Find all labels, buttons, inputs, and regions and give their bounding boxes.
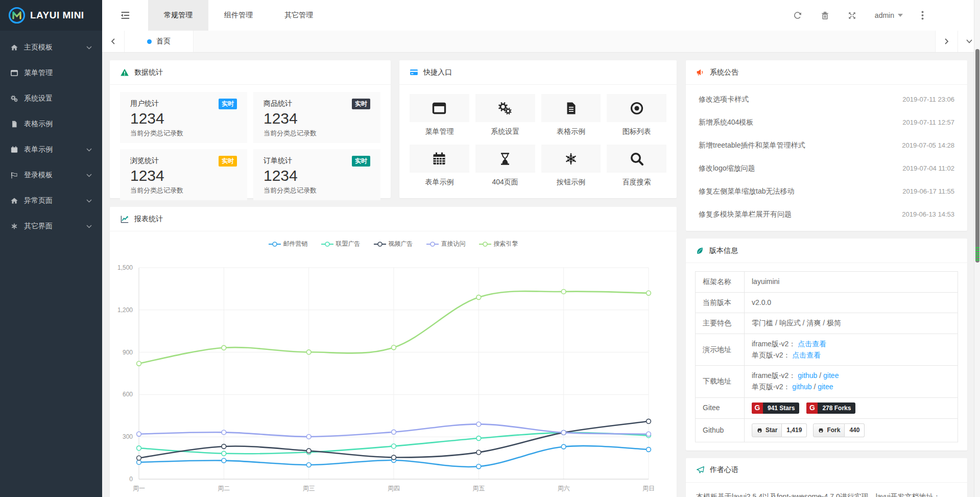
- file-icon: [10, 120, 19, 129]
- stat-label: 订单统计: [264, 156, 292, 165]
- stat-caption: 当前分类总记录数: [130, 186, 237, 195]
- version-row-value: 零门槛 / 响应式 / 清爽 / 极简: [745, 313, 958, 334]
- cogs-icon: [10, 94, 19, 103]
- calendar-icon: [10, 146, 19, 154]
- collapse-sidebar-icon[interactable]: [102, 0, 148, 31]
- quick-entry-5[interactable]: 404页面: [475, 145, 535, 187]
- github-star-button[interactable]: Star1,419: [752, 423, 807, 437]
- sidebar-item-1[interactable]: 菜单管理: [0, 60, 102, 86]
- notice-card-header: 系统公告: [686, 60, 967, 85]
- window-icon: [10, 69, 19, 78]
- version-row-3: 演示地址iframe版-v2： 点击查看单页版-v2： 点击查看: [696, 334, 958, 366]
- version-row-value: layuimini: [745, 272, 958, 293]
- stat-label: 用户统计: [130, 99, 159, 108]
- notice-text: 修改logo缩放问题: [699, 164, 755, 173]
- svg-text:周五: 周五: [472, 485, 485, 492]
- sidebar-item-label: 系统设置: [24, 94, 53, 103]
- notice-text: 修复左侧菜单缩放tab无法移动: [699, 187, 794, 196]
- author-card-header: 作者心语: [686, 458, 967, 483]
- chevron-down-icon: [86, 199, 92, 203]
- legend-item-3[interactable]: 直接访问: [426, 240, 466, 248]
- stat-label: 浏览统计: [130, 156, 159, 165]
- github-fork-button[interactable]: Fork440: [813, 423, 865, 437]
- stat-value: 1234: [264, 167, 370, 184]
- tab-home[interactable]: 首页: [125, 31, 194, 52]
- module-tab-0[interactable]: 常规管理: [148, 0, 208, 31]
- tab-scroll-left-button[interactable]: [102, 31, 125, 52]
- app-root: LAYUI MINI 主页模板菜单管理系统设置表格示例表单示例登录模板异常页面其…: [0, 0, 980, 497]
- active-tab-dot-icon: [147, 39, 152, 44]
- page-scrollbar-thumb[interactable]: [975, 49, 979, 263]
- quick-entry-3[interactable]: 图标列表: [607, 94, 666, 136]
- report-chart-card: 报表统计 邮件营销联盟广告视频广告直接访问搜索引擎 03006009001,20…: [110, 207, 677, 497]
- notice-item-1: 新增系统404模板2019-07-11 12:57: [686, 111, 967, 134]
- notice-item-2: 新增treetable插件和菜单管理样式2019-07-05 14:28: [686, 134, 967, 157]
- quick-entry-2[interactable]: 表格示例: [541, 94, 601, 136]
- notice-date: 2019-06-13 14:53: [902, 210, 954, 218]
- link-gitee[interactable]: gitee: [818, 383, 833, 391]
- quick-entry-0[interactable]: 菜单管理: [410, 94, 469, 136]
- tab-home-label: 首页: [156, 37, 171, 46]
- search-icon: [607, 145, 666, 173]
- sidebar-item-6[interactable]: 异常页面: [0, 188, 102, 214]
- app-title: LAYUI MINI: [30, 10, 84, 21]
- link-点击查看[interactable]: 点击查看: [792, 351, 821, 359]
- trash-icon[interactable]: [821, 11, 829, 20]
- link-github[interactable]: github: [798, 371, 817, 380]
- refresh-icon[interactable]: [793, 11, 802, 20]
- legend-item-1[interactable]: 联盟广告: [321, 240, 361, 248]
- sidebar-item-7[interactable]: 其它界面: [0, 214, 102, 239]
- notice-date: 2019-07-05 14:28: [902, 141, 954, 149]
- notice-item-5: 修复多模块菜单栏展开有问题2019-06-13 14:53: [686, 203, 967, 226]
- sidebar-item-5[interactable]: 登录模板: [0, 162, 102, 188]
- sidebar: LAYUI MINI 主页模板菜单管理系统设置表格示例表单示例登录模板异常页面其…: [0, 0, 102, 497]
- sidebar-item-4[interactable]: 表单示例: [0, 137, 102, 162]
- line-chart-icon: [120, 215, 129, 224]
- legend-item-0[interactable]: 邮件营销: [269, 240, 308, 248]
- version-row-6: GithubStar1,419Fork440: [696, 419, 958, 442]
- flag-icon: [10, 171, 19, 180]
- top-header: 常规管理组件管理其它管理: [102, 0, 980, 31]
- svg-text:周六: 周六: [558, 485, 570, 492]
- notice-date: 2019-06-17 11:55: [902, 187, 954, 195]
- tab-scroll-right-button[interactable]: [935, 31, 958, 52]
- sidebar-item-label: 其它界面: [24, 222, 53, 231]
- notice-date: 2019-07-11 12:57: [902, 119, 954, 126]
- version-row-label: 框架名称: [696, 272, 745, 293]
- quick-entry-4[interactable]: 表单示例: [410, 145, 469, 187]
- leaf-icon: [696, 247, 704, 255]
- octocat-icon: [818, 427, 824, 434]
- link-gitee[interactable]: gitee: [823, 371, 839, 380]
- module-tabs: 常规管理组件管理其它管理: [148, 0, 329, 31]
- svg-text:周日: 周日: [642, 485, 655, 492]
- sidebar-item-2[interactable]: 系统设置: [0, 86, 102, 111]
- svg-text:周一: 周一: [133, 485, 145, 492]
- legend-item-4[interactable]: 搜索引擎: [479, 240, 518, 248]
- notice-item-3: 修改logo缩放问题2019-07-04 11:02: [686, 157, 967, 180]
- more-vertical-icon[interactable]: [921, 11, 924, 20]
- legend-item-2[interactable]: 视频广告: [374, 240, 413, 248]
- quick-entry-6[interactable]: 按钮示例: [541, 145, 601, 187]
- module-tab-2[interactable]: 其它管理: [269, 0, 329, 31]
- version-row-1: 当前版本v2.0.0: [696, 292, 958, 313]
- version-row-4: 下载地址iframe版-v2： github / gitee单页版-v2： gi…: [696, 366, 958, 397]
- gitee-badge-0[interactable]: G941 Stars: [752, 403, 799, 414]
- chart-card-title: 报表统计: [134, 215, 163, 224]
- gitee-badge-1[interactable]: G278 Forks: [806, 403, 855, 414]
- quick-entry-7[interactable]: 百度搜索: [607, 145, 666, 187]
- quick-entry-1[interactable]: 系统设置: [475, 94, 535, 136]
- sidebar-item-3[interactable]: 表格示例: [0, 111, 102, 137]
- stats-card: 数据统计 用户统计实时1234当前分类总记录数商品统计实时1234当前分类总记录…: [110, 60, 391, 198]
- caret-down-icon: [898, 14, 903, 17]
- link-github[interactable]: github: [792, 383, 811, 391]
- home-icon: [10, 197, 19, 205]
- fullscreen-icon[interactable]: [848, 11, 856, 20]
- stat-value: 1234: [264, 110, 370, 127]
- notice-text: 修改选项卡样式: [699, 95, 749, 104]
- notice-text: 新增treetable插件和菜单管理样式: [699, 141, 805, 150]
- link-点击查看[interactable]: 点击查看: [798, 340, 826, 348]
- sidebar-item-0[interactable]: 主页模板: [0, 35, 102, 60]
- warning-triangle-icon: [120, 68, 129, 77]
- module-tab-1[interactable]: 组件管理: [208, 0, 269, 31]
- user-menu[interactable]: admin: [875, 11, 903, 19]
